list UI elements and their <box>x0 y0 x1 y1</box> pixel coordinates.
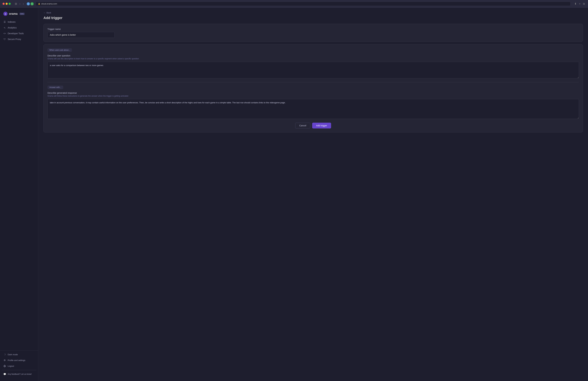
sidebar-item-feedback[interactable]: 💬 Any feedback? Let us know! <box>1 371 37 377</box>
trigger-name-input[interactable] <box>47 32 115 38</box>
sidebar-item-indexes-label: Indexes <box>8 21 16 23</box>
minimize-button[interactable] <box>6 3 8 5</box>
sidebar-item-indexes[interactable]: ☰ Indexes <box>1 19 37 25</box>
profile-settings-icon: ⚙ <box>3 359 6 361</box>
sidebar-item-dark-mode[interactable]: ☽ Dark mode <box>1 352 37 357</box>
page-title: Add trigger <box>43 16 583 20</box>
sidebar-bottom: ☽ Dark mode ⚙ Profile and settings ⏻ Log… <box>0 350 38 379</box>
sidebar-item-analytics[interactable]: ∿ Analytics <box>1 25 37 30</box>
svg-text:o: o <box>5 13 6 15</box>
answer-subtitle: Describe generated response <box>47 92 579 94</box>
cancel-button[interactable]: Cancel <box>295 123 310 128</box>
tab-bar: ◎ G <box>27 2 34 5</box>
logo-badge: beta <box>20 13 24 15</box>
logout-icon: ⏻ <box>3 365 6 367</box>
url-text: cloud.orama.com <box>41 2 57 5</box>
sidebar-item-developer-tools[interactable]: </> Developer Tools <box>1 31 37 36</box>
main-content: ← Back Add trigger Trigger name When use… <box>38 8 588 381</box>
indexes-icon: ☰ <box>3 21 6 23</box>
address-bar[interactable]: 🔒 cloud.orama.com <box>36 1 571 6</box>
back-link-label: Back <box>46 12 51 14</box>
tab-icon-g: G <box>31 2 34 5</box>
button-row: Cancel Add trigger <box>47 123 579 128</box>
maximize-button[interactable] <box>9 3 11 5</box>
sidebar-toggle-button[interactable]: ⊞ <box>14 1 18 6</box>
when-section: When users ask about... Describe user qu… <box>47 48 579 79</box>
sidebar-item-developer-tools-label: Developer Tools <box>8 32 24 35</box>
when-subtitle: Describe user question <box>47 54 579 57</box>
share-button[interactable]: ⬆ <box>574 1 577 6</box>
trigger-config-card: When users ask about... Describe user qu… <box>43 44 583 133</box>
sidebar-item-secure-proxy-label: Secure Proxy <box>8 38 21 41</box>
traffic-lights <box>2 3 11 5</box>
tabs-button[interactable]: ⧉ <box>582 2 586 6</box>
close-button[interactable] <box>2 3 5 5</box>
sidebar-item-analytics-label: Analytics <box>8 26 17 29</box>
feedback-icon: 💬 <box>3 373 6 375</box>
new-tab-button[interactable]: + <box>578 2 581 6</box>
sidebar-item-dark-mode-label: Dark mode <box>8 353 18 356</box>
add-trigger-button[interactable]: Add trigger <box>312 123 331 128</box>
tab-icon-orama: ◎ <box>27 2 30 5</box>
answer-section: Answer with... Describe generated respon… <box>47 86 579 119</box>
browser-nav-controls: ⊞ ‹ › <box>14 1 25 6</box>
developer-tools-icon: </> <box>3 32 6 34</box>
orama-logo-icon: o <box>3 12 8 16</box>
when-description: Orama will use this description to learn… <box>47 58 579 60</box>
logo-text: orama <box>9 12 18 16</box>
sidebar-item-logout[interactable]: ⏻ Logout <box>1 363 37 369</box>
logo-area: o orama beta <box>0 10 38 19</box>
dark-mode-icon: ☽ <box>3 353 6 356</box>
sidebar: o orama beta ☰ Indexes ∿ Analytics </> D… <box>0 8 38 381</box>
browser-action-buttons: ⬆ + ⧉ <box>574 1 586 6</box>
analytics-icon: ∿ <box>3 26 6 29</box>
back-button[interactable]: ‹ <box>19 2 21 6</box>
sidebar-item-profile-settings-label: Profile and settings <box>8 359 25 361</box>
browser-chrome: ⊞ ‹ › ◎ G 🔒 cloud.orama.com ⬆ + ⧉ <box>0 0 588 8</box>
trigger-name-label: Trigger name <box>47 28 579 30</box>
trigger-name-card: Trigger name <box>43 24 583 42</box>
sidebar-item-logout-label: Logout <box>8 365 14 367</box>
app-container: o orama beta ☰ Indexes ∿ Analytics </> D… <box>0 8 588 381</box>
when-badge: When users ask about... <box>47 48 72 52</box>
generated-response-textarea[interactable] <box>47 99 579 119</box>
sidebar-item-secure-proxy[interactable]: 🛡 Secure Proxy <box>1 37 37 42</box>
back-arrow-icon: ← <box>43 12 45 14</box>
sidebar-item-feedback-label: Any feedback? Let us know! <box>8 373 32 375</box>
back-link[interactable]: ← Back <box>43 12 51 14</box>
user-question-textarea[interactable] <box>47 62 579 78</box>
lock-icon: 🔒 <box>38 3 40 5</box>
sidebar-item-profile-settings[interactable]: ⚙ Profile and settings <box>1 358 37 363</box>
answer-badge: Answer with... <box>47 86 63 89</box>
secure-proxy-icon: 🛡 <box>3 38 6 41</box>
forward-button[interactable]: › <box>22 2 25 6</box>
answer-description: Orama will follow these instructions to … <box>47 95 579 97</box>
sidebar-nav: ☰ Indexes ∿ Analytics </> Developer Tool… <box>0 19 38 350</box>
